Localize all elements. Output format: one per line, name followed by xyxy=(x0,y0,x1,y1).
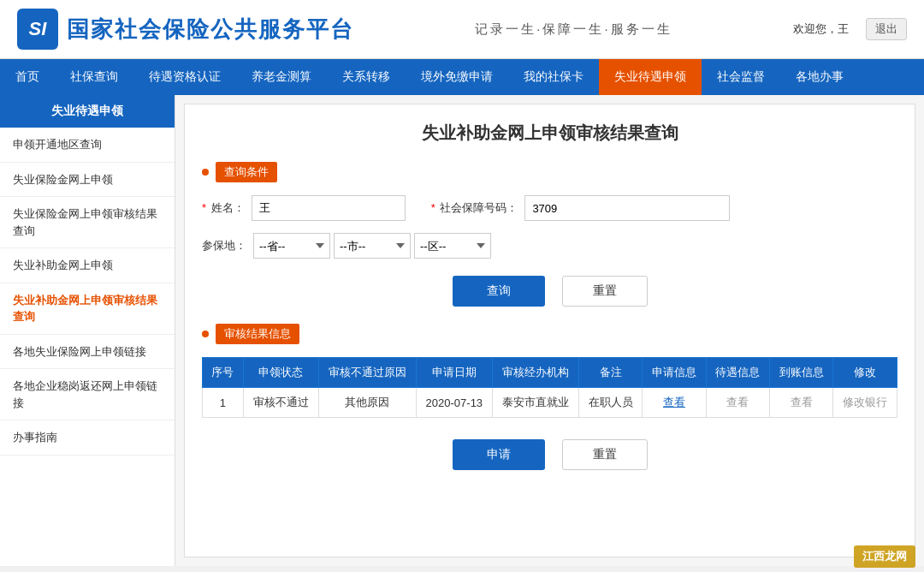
form-row-2: 参保地： --省-- --市-- --区-- xyxy=(202,233,897,259)
city-select[interactable]: --市-- xyxy=(334,233,411,259)
sidebar-item-5[interactable]: 各地失业保险网上申领链接 xyxy=(0,335,175,370)
province-select[interactable]: --省-- xyxy=(253,233,330,259)
col-remark: 备注 xyxy=(578,358,642,388)
query-btn-group: 查询 重置 xyxy=(202,276,897,307)
cell-status: 审核不通过 xyxy=(243,388,318,418)
nav-item-jingwai[interactable]: 境外免缴申请 xyxy=(406,59,508,95)
cell-benefit-info[interactable]: 查看 xyxy=(706,388,769,418)
query-section-header: 查询条件 xyxy=(202,162,897,182)
select-group: --省-- --市-- --区-- xyxy=(253,233,491,259)
nav-item-shiye[interactable]: 失业待遇申领 xyxy=(599,59,702,95)
sidebar-item-7[interactable]: 办事指南 xyxy=(0,420,175,456)
nav-item-jiandu[interactable]: 社会监督 xyxy=(702,59,780,95)
logo-area: SI 国家社会保险公共服务平台 xyxy=(17,9,354,50)
nav-item-card[interactable]: 我的社保卡 xyxy=(508,59,599,95)
nav-item-home[interactable]: 首页 xyxy=(0,59,55,95)
cell-arrival-info[interactable]: 查看 xyxy=(770,388,833,418)
reset-button[interactable]: 重置 xyxy=(562,276,648,307)
sidebar-item-2[interactable]: 失业保险金网上申领审核结果查询 xyxy=(0,197,175,248)
sidebar-header: 失业待遇申领 xyxy=(0,95,175,128)
col-date: 申请日期 xyxy=(416,358,492,388)
location-group: 参保地： --省-- --市-- --区-- xyxy=(202,233,491,259)
logo-icon: SI xyxy=(17,9,58,50)
result-dot xyxy=(202,331,209,337)
sidebar-item-3[interactable]: 失业补助金网上申领 xyxy=(0,248,175,283)
result-section: 审核结果信息 序号 申领状态 审核不通过原因 申请日期 审核经办机构 备注 申请… xyxy=(202,324,897,418)
cell-remark: 在职人员 xyxy=(578,388,642,418)
nav-item-yanglao[interactable]: 养老金测算 xyxy=(236,59,327,95)
watermark: 江西龙网 xyxy=(854,545,915,566)
name-input[interactable] xyxy=(252,195,406,221)
sidebar-item-0[interactable]: 申领开通地区查询 xyxy=(0,128,175,163)
result-section-header: 审核结果信息 xyxy=(202,324,897,344)
col-benefit-info: 待遇信息 xyxy=(706,358,769,388)
name-label: * 姓名： xyxy=(202,200,245,216)
sidebar: 失业待遇申领 申领开通地区查询 失业保险金网上申领 失业保险金网上申领审核结果查… xyxy=(0,95,175,566)
page-title: 失业补助金网上申领审核结果查询 xyxy=(202,122,897,145)
col-modify: 修改 xyxy=(833,358,897,388)
social-id-input[interactable] xyxy=(524,195,730,221)
apply-button[interactable]: 申请 xyxy=(453,439,545,470)
sidebar-item-6[interactable]: 各地企业稳岗返还网上申领链接 xyxy=(0,369,175,420)
bottom-reset-button[interactable]: 重置 xyxy=(562,439,648,470)
table-row: 1 审核不通过 其他原因 2020-07-13 泰安市直就业 在职人员 查看 查… xyxy=(203,388,897,418)
cell-modify[interactable]: 修改银行 xyxy=(833,388,897,418)
table-body: 1 审核不通过 其他原因 2020-07-13 泰安市直就业 在职人员 查看 查… xyxy=(203,388,897,418)
social-id-label: * 社会保障号码： xyxy=(431,200,518,216)
query-label: 查询条件 xyxy=(216,162,277,182)
col-index: 序号 xyxy=(203,358,244,388)
content-area: 失业待遇申领 申领开通地区查询 失业保险金网上申领 失业保险金网上申领审核结果查… xyxy=(0,95,924,566)
col-agency: 审核经办机构 xyxy=(492,358,578,388)
bottom-btn-group: 申请 重置 xyxy=(202,439,897,470)
query-button[interactable]: 查询 xyxy=(453,276,545,307)
header: SI 国家社会保险公共服务平台 记录一生·保障一生·服务一生 欢迎您，王 退出 xyxy=(0,0,924,59)
cell-index: 1 xyxy=(203,388,244,418)
result-table: 序号 申领状态 审核不通过原因 申请日期 审核经办机构 备注 申请信息 待遇信息… xyxy=(202,357,897,418)
district-select[interactable]: --区-- xyxy=(414,233,491,259)
col-apply-info: 申请信息 xyxy=(643,358,706,388)
result-label: 审核结果信息 xyxy=(216,324,299,344)
logout-button[interactable]: 退出 xyxy=(866,18,907,40)
col-status: 申领状态 xyxy=(243,358,318,388)
form-row-1: * 姓名： * 社会保障号码： xyxy=(202,195,897,221)
social-id-group: * 社会保障号码： xyxy=(431,195,731,221)
table-header-row: 序号 申领状态 审核不通过原因 申请日期 审核经办机构 备注 申请信息 待遇信息… xyxy=(203,358,897,388)
col-reason: 审核不通过原因 xyxy=(318,358,416,388)
nav-item-shebao[interactable]: 社保查询 xyxy=(55,59,133,95)
site-title: 国家社会保险公共服务平台 xyxy=(67,15,354,45)
nav-item-gegedi[interactable]: 各地办事 xyxy=(780,59,859,95)
table-head: 序号 申领状态 审核不通过原因 申请日期 审核经办机构 备注 申请信息 待遇信息… xyxy=(203,358,897,388)
query-dot xyxy=(202,169,209,176)
sidebar-item-1[interactable]: 失业保险金网上申领 xyxy=(0,163,175,198)
nav-item-guanxi[interactable]: 关系转移 xyxy=(327,59,406,95)
cell-apply-info[interactable]: 查看 xyxy=(643,388,706,418)
main-nav: 首页 社保查询 待遇资格认证 养老金测算 关系转移 境外免缴申请 我的社保卡 失… xyxy=(0,59,924,95)
welcome-text: 欢迎您，王 xyxy=(793,21,849,37)
cell-agency: 泰安市直就业 xyxy=(492,388,578,418)
nav-item-renzheng[interactable]: 待遇资格认证 xyxy=(133,59,236,95)
location-label: 参保地： xyxy=(202,238,246,253)
main-content: 失业补助金网上申领审核结果查询 查询条件 * 姓名： * xyxy=(184,104,915,557)
name-group: * 姓名： xyxy=(202,195,406,221)
sidebar-item-4[interactable]: 失业补助金网上申领审核结果查询 xyxy=(0,283,175,335)
header-right: 欢迎您，王 退出 xyxy=(793,18,907,40)
query-section: 查询条件 * 姓名： * 社会保障号码： xyxy=(202,162,897,307)
cell-reason: 其他原因 xyxy=(318,388,416,418)
slogan: 记录一生·保障一生·服务一生 xyxy=(475,21,672,38)
cell-date: 2020-07-13 xyxy=(416,388,492,418)
col-arrival-info: 到账信息 xyxy=(770,358,833,388)
